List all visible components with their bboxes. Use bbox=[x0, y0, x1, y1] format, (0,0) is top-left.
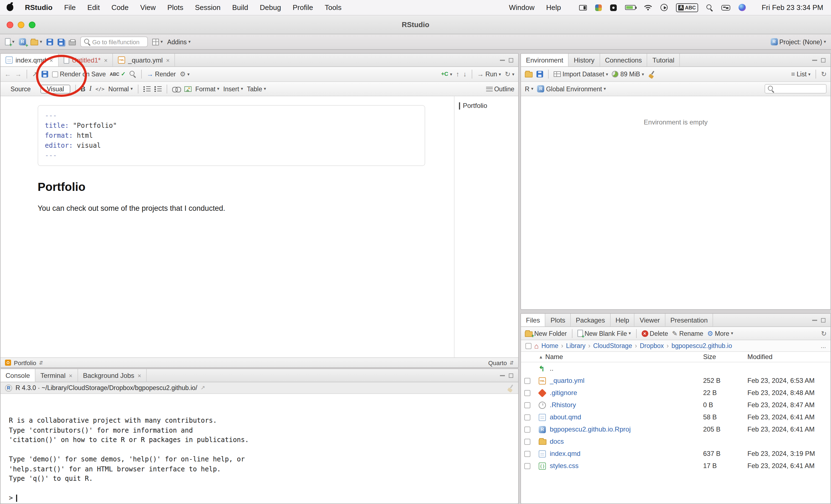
maximize-pane-icon[interactable] bbox=[509, 58, 513, 62]
visual-editor[interactable]: --- title: "Portfolio" format: html edit… bbox=[1, 96, 454, 357]
menu-rstudio[interactable]: RStudio bbox=[25, 3, 53, 11]
menu-build[interactable]: Build bbox=[232, 3, 248, 11]
italic-button[interactable]: I bbox=[89, 85, 91, 93]
table-row[interactable]: index.qmd 637 B Feb 23, 2024, 3:19 PM bbox=[521, 448, 830, 460]
control-center-icon[interactable] bbox=[721, 5, 730, 10]
table-row[interactable]: .gitignore 22 B Feb 23, 2024, 8:48 AM bbox=[521, 387, 830, 399]
clear-environment-button[interactable] bbox=[648, 70, 655, 78]
row-checkbox[interactable] bbox=[524, 378, 531, 384]
window-titlebar[interactable]: RStudio bbox=[0, 16, 831, 34]
display-mode-dropdown[interactable]: ≡List▾ bbox=[791, 71, 810, 78]
bold-button[interactable]: B bbox=[81, 85, 85, 93]
table-row[interactable]: docs bbox=[521, 436, 830, 448]
numbered-list-button[interactable] bbox=[154, 86, 162, 92]
run-previous-button[interactable]: ↑ bbox=[456, 71, 460, 78]
menu-debug[interactable]: Debug bbox=[260, 3, 281, 11]
file-link[interactable]: _quarto.yml bbox=[550, 377, 703, 385]
tab-presentation[interactable]: Presentation bbox=[665, 314, 713, 326]
breadcrumb-cloudstorage[interactable]: CloudStorage bbox=[593, 343, 632, 349]
breadcrumb-library[interactable]: Library bbox=[566, 343, 585, 349]
document-heading[interactable]: Portfolio bbox=[38, 180, 454, 194]
save-all-button[interactable] bbox=[58, 38, 64, 45]
memory-usage-button[interactable]: 89 MiB▾ bbox=[612, 71, 644, 78]
table-row[interactable]: { } styles.css 17 B Feb 23, 2024, 6:41 A… bbox=[521, 460, 830, 472]
tab-plots[interactable]: Plots bbox=[546, 314, 571, 326]
tab-tutorial[interactable]: Tutorial bbox=[648, 54, 680, 66]
tab-terminal[interactable]: Terminal × bbox=[35, 369, 78, 382]
column-size[interactable]: Size bbox=[703, 353, 747, 361]
popout-icon[interactable]: ↗ bbox=[201, 385, 205, 391]
render-button[interactable]: →Render bbox=[147, 71, 176, 78]
apple-menu[interactable] bbox=[7, 4, 13, 11]
console-info-text[interactable]: R 4.3.0 · ~/Library/CloudStorage/Dropbox… bbox=[16, 385, 197, 391]
status-format-label[interactable]: Quarto bbox=[488, 359, 507, 366]
wifi-icon[interactable] bbox=[644, 4, 652, 10]
menu-profile[interactable]: Profile bbox=[293, 3, 313, 11]
outline-item[interactable]: Portfolio bbox=[459, 102, 514, 110]
close-icon[interactable]: × bbox=[166, 57, 170, 63]
menu-tools[interactable]: Tools bbox=[325, 3, 342, 11]
row-checkbox[interactable] bbox=[524, 402, 531, 408]
new-project-button[interactable] bbox=[19, 38, 26, 46]
forward-button[interactable]: → bbox=[15, 71, 22, 78]
close-icon[interactable]: × bbox=[50, 57, 53, 63]
new-file-button[interactable]: ▾ bbox=[5, 38, 15, 46]
new-folder-button[interactable]: New Folder bbox=[525, 330, 567, 337]
menu-file[interactable]: File bbox=[64, 3, 76, 11]
addins-button[interactable]: Addins▾ bbox=[167, 38, 191, 45]
table-menu[interactable]: Table▾ bbox=[247, 86, 266, 92]
delete-button[interactable]: Delete bbox=[641, 330, 668, 337]
insert-chunk-button[interactable]: +C▾ bbox=[441, 71, 452, 77]
siri-icon[interactable] bbox=[738, 4, 745, 11]
close-icon[interactable]: × bbox=[104, 57, 108, 63]
render-options-button[interactable]: ⚙▾ bbox=[180, 71, 190, 78]
tab-connections[interactable]: Connections bbox=[600, 54, 647, 66]
table-row[interactable]: bgpopescu2.github.io.Rproj 205 B Feb 23,… bbox=[521, 423, 830, 436]
clear-console-icon[interactable] bbox=[507, 384, 514, 391]
table-row[interactable]: about.qmd 58 B Feb 23, 2024, 6:41 AM bbox=[521, 411, 830, 423]
file-link[interactable]: styles.css bbox=[550, 462, 703, 470]
language-dropdown[interactable]: R▾ bbox=[525, 86, 534, 92]
load-workspace-button[interactable] bbox=[525, 71, 533, 78]
tab-console[interactable]: Console bbox=[1, 369, 35, 382]
input-source-badge[interactable]: A ABC bbox=[676, 3, 698, 12]
file-link[interactable]: bgpopescu2.github.io.Rproj bbox=[550, 425, 703, 433]
row-checkbox[interactable] bbox=[524, 390, 531, 396]
tab-viewer[interactable]: Viewer bbox=[635, 314, 665, 326]
menu-code[interactable]: Code bbox=[111, 3, 128, 11]
print-button[interactable] bbox=[69, 38, 76, 45]
close-window-button[interactable] bbox=[7, 21, 13, 28]
save-document-button[interactable] bbox=[41, 71, 48, 78]
console-prompt[interactable]: > bbox=[9, 494, 518, 503]
up-directory-label[interactable]: .. bbox=[550, 364, 703, 372]
bullet-list-button[interactable] bbox=[143, 86, 151, 92]
refresh-files-button[interactable]: ↻ bbox=[821, 330, 827, 337]
project-menu-button[interactable]: Project: (None)▾ bbox=[770, 38, 826, 46]
minimize-pane-icon[interactable] bbox=[500, 59, 505, 61]
table-row[interactable]: .Rhistory 0 B Feb 23, 2024, 8:47 AM bbox=[521, 399, 830, 411]
render-on-save-checkbox[interactable]: Render on Save bbox=[52, 71, 106, 78]
refresh-environment-button[interactable]: ↻ bbox=[821, 71, 827, 78]
menu-help[interactable]: Help bbox=[546, 3, 561, 11]
tab-help[interactable]: Help bbox=[610, 314, 634, 326]
dark-app-icon[interactable] bbox=[610, 4, 617, 11]
close-icon[interactable]: × bbox=[69, 372, 73, 379]
file-link[interactable]: .gitignore bbox=[550, 389, 703, 397]
tab-environment[interactable]: Environment bbox=[521, 54, 569, 66]
source-mode-button[interactable]: Source bbox=[4, 84, 37, 93]
run-next-button[interactable]: ↓ bbox=[463, 71, 467, 78]
tab-background-jobs[interactable]: Background Jobs × bbox=[78, 369, 147, 382]
paragraph-style-dropdown[interactable]: Normal▾ bbox=[108, 86, 133, 92]
column-modified[interactable]: Modified bbox=[747, 353, 830, 361]
row-checkbox[interactable] bbox=[524, 439, 531, 445]
breadcrumb-repo[interactable]: bgpopescu2.github.io bbox=[671, 343, 732, 349]
zoom-window-button[interactable] bbox=[29, 21, 35, 28]
save-workspace-button[interactable] bbox=[537, 71, 543, 78]
pane-layout-button[interactable]: ▾ bbox=[152, 38, 163, 45]
row-checkbox[interactable] bbox=[524, 414, 531, 420]
insert-image-button[interactable] bbox=[184, 86, 192, 92]
tab-index-qmd[interactable]: index.qmd × bbox=[1, 54, 59, 66]
import-dataset-button[interactable]: Import Dataset▾ bbox=[554, 71, 608, 78]
file-link[interactable]: about.qmd bbox=[550, 413, 703, 421]
row-checkbox[interactable] bbox=[524, 451, 531, 457]
